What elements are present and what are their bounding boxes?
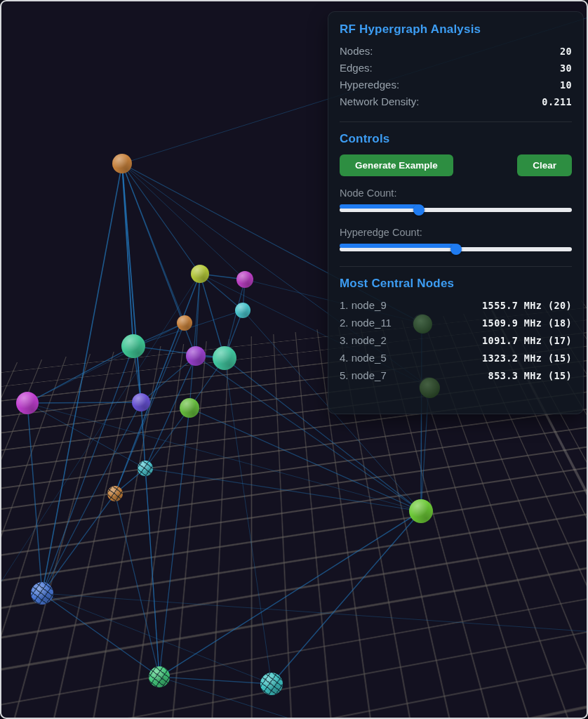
node-count-slider[interactable] [340,204,572,216]
central-node-row: 3. node_2 1091.7 MHz (17) [340,334,572,352]
controls-section: Controls Generate Example Clear Node Cou… [340,132,572,255]
graph-node[interactable] [16,392,39,414]
central-node-row: 1. node_9 1555.7 MHz (20) [340,299,572,317]
app-window: RF Hypergraph Analysis Nodes: 20 Edges: … [0,0,588,719]
graph-node[interactable] [138,461,153,476]
graph-node[interactable] [107,486,123,501]
graph-node[interactable] [186,346,206,366]
graph-node[interactable] [260,673,283,695]
generate-example-button[interactable]: Generate Example [340,154,453,176]
central-nodes-section: Most Central Nodes 1. node_9 1555.7 MHz … [340,277,572,387]
graph-node[interactable] [180,398,199,418]
slider-fill [340,244,456,248]
graph-node[interactable] [213,346,236,370]
hyperedge-count-label: Hyperedge Count: [340,227,572,238]
slider-thumb[interactable] [450,244,462,255]
graph-node[interactable] [112,154,132,173]
graph-node[interactable] [132,393,150,411]
graph-node[interactable] [235,303,250,318]
stat-row-nodes: Nodes: 20 [340,45,572,62]
graph-node[interactable] [409,499,433,523]
slider-fill [340,204,419,209]
panel-title: RF Hypergraph Analysis [340,22,572,37]
graph-node[interactable] [177,315,192,331]
graph-node[interactable] [31,582,53,605]
controls-heading: Controls [340,132,572,146]
stats-section: RF Hypergraph Analysis Nodes: 20 Edges: … [340,22,572,112]
divider [340,121,572,122]
divider [340,266,572,267]
nodes-count: 20 [560,46,572,57]
node-count-label: Node Count: [340,187,572,199]
stat-row-density: Network Density: 0.211 [340,95,572,112]
stat-row-edges: Edges: 30 [340,62,572,79]
analysis-panel: RF Hypergraph Analysis Nodes: 20 Edges: … [328,11,584,414]
central-node-row: 5. node_7 853.3 MHz (15) [340,369,572,387]
edges-count: 30 [560,62,572,74]
clear-button[interactable]: Clear [517,154,572,176]
stat-row-hyperedges: Hyperedges: 10 [340,79,572,95]
hyperedges-count: 10 [560,79,572,91]
graph-node[interactable] [191,265,209,283]
central-nodes-heading: Most Central Nodes [340,277,572,291]
central-node-row: 4. node_5 1323.2 MHz (15) [340,352,572,369]
graph-node[interactable] [149,666,170,687]
density-value: 0.211 [542,96,572,107]
graph-node[interactable] [121,334,145,358]
hyperedge-count-slider[interactable] [340,244,572,255]
graph-node[interactable] [236,271,253,288]
central-node-row: 2. node_11 1509.9 MHz (18) [340,317,572,334]
slider-thumb[interactable] [413,204,425,216]
